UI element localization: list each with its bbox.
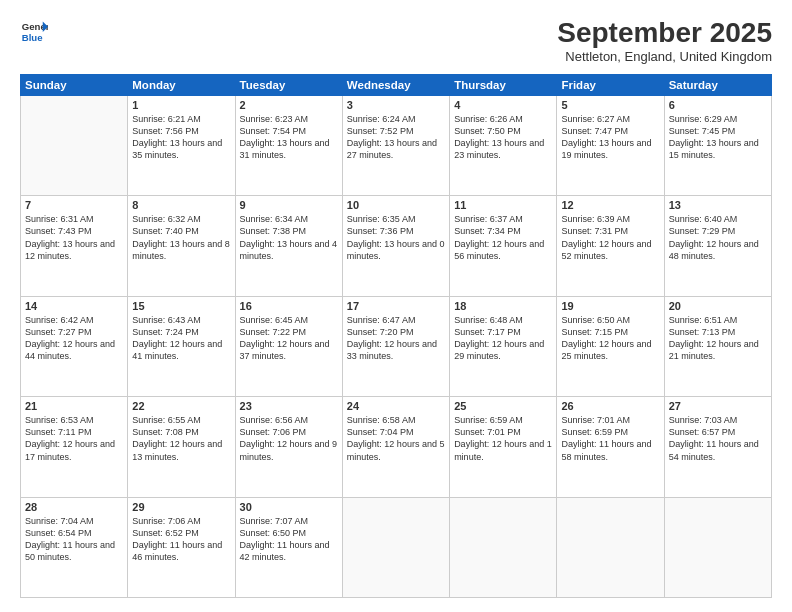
header: General Blue September 2025 Nettleton, E… [20, 18, 772, 64]
calendar-week-row: 28Sunrise: 7:04 AMSunset: 6:54 PMDayligh… [21, 497, 772, 597]
daylight-text: Daylight: 12 hours and 56 minutes. [454, 238, 552, 262]
sunset-text: Sunset: 7:04 PM [347, 426, 445, 438]
sunrise-text: Sunrise: 7:01 AM [561, 414, 659, 426]
table-cell: 30Sunrise: 7:07 AMSunset: 6:50 PMDayligh… [235, 497, 342, 597]
sunset-text: Sunset: 7:29 PM [669, 225, 767, 237]
calendar-table: Sunday Monday Tuesday Wednesday Thursday… [20, 74, 772, 598]
month-title: September 2025 [557, 18, 772, 49]
day-number: 14 [25, 300, 123, 312]
day-number: 4 [454, 99, 552, 111]
daylight-text: Daylight: 13 hours and 8 minutes. [132, 238, 230, 262]
sunrise-text: Sunrise: 6:34 AM [240, 213, 338, 225]
daylight-text: Daylight: 12 hours and 21 minutes. [669, 338, 767, 362]
sunrise-text: Sunrise: 6:21 AM [132, 113, 230, 125]
header-friday: Friday [557, 74, 664, 95]
sunrise-text: Sunrise: 6:43 AM [132, 314, 230, 326]
daylight-text: Daylight: 13 hours and 19 minutes. [561, 137, 659, 161]
table-cell: 10Sunrise: 6:35 AMSunset: 7:36 PMDayligh… [342, 196, 449, 296]
sunset-text: Sunset: 7:11 PM [25, 426, 123, 438]
sunrise-text: Sunrise: 6:42 AM [25, 314, 123, 326]
sunrise-text: Sunrise: 6:24 AM [347, 113, 445, 125]
sunset-text: Sunset: 7:06 PM [240, 426, 338, 438]
header-tuesday: Tuesday [235, 74, 342, 95]
sunrise-text: Sunrise: 7:03 AM [669, 414, 767, 426]
sunrise-text: Sunrise: 6:45 AM [240, 314, 338, 326]
sunset-text: Sunset: 7:34 PM [454, 225, 552, 237]
day-number: 13 [669, 199, 767, 211]
daylight-text: Daylight: 12 hours and 9 minutes. [240, 438, 338, 462]
sunrise-text: Sunrise: 6:32 AM [132, 213, 230, 225]
sunrise-text: Sunrise: 7:04 AM [25, 515, 123, 527]
sunset-text: Sunset: 7:45 PM [669, 125, 767, 137]
table-cell: 14Sunrise: 6:42 AMSunset: 7:27 PMDayligh… [21, 296, 128, 396]
daylight-text: Daylight: 13 hours and 31 minutes. [240, 137, 338, 161]
daylight-text: Daylight: 12 hours and 41 minutes. [132, 338, 230, 362]
day-number: 23 [240, 400, 338, 412]
sunrise-text: Sunrise: 6:58 AM [347, 414, 445, 426]
table-cell [21, 95, 128, 195]
sunset-text: Sunset: 6:57 PM [669, 426, 767, 438]
daylight-text: Daylight: 13 hours and 23 minutes. [454, 137, 552, 161]
header-wednesday: Wednesday [342, 74, 449, 95]
header-monday: Monday [128, 74, 235, 95]
day-number: 30 [240, 501, 338, 513]
table-cell [450, 497, 557, 597]
sunrise-text: Sunrise: 6:40 AM [669, 213, 767, 225]
table-cell: 3Sunrise: 6:24 AMSunset: 7:52 PMDaylight… [342, 95, 449, 195]
table-cell: 19Sunrise: 6:50 AMSunset: 7:15 PMDayligh… [557, 296, 664, 396]
sunrise-text: Sunrise: 6:59 AM [454, 414, 552, 426]
calendar-week-row: 7Sunrise: 6:31 AMSunset: 7:43 PMDaylight… [21, 196, 772, 296]
sunrise-text: Sunrise: 6:47 AM [347, 314, 445, 326]
header-thursday: Thursday [450, 74, 557, 95]
sunset-text: Sunset: 7:27 PM [25, 326, 123, 338]
table-cell: 25Sunrise: 6:59 AMSunset: 7:01 PMDayligh… [450, 397, 557, 497]
day-number: 16 [240, 300, 338, 312]
table-cell: 18Sunrise: 6:48 AMSunset: 7:17 PMDayligh… [450, 296, 557, 396]
header-sunday: Sunday [21, 74, 128, 95]
table-cell: 13Sunrise: 6:40 AMSunset: 7:29 PMDayligh… [664, 196, 771, 296]
daylight-text: Daylight: 12 hours and 5 minutes. [347, 438, 445, 462]
sunset-text: Sunset: 7:40 PM [132, 225, 230, 237]
day-number: 10 [347, 199, 445, 211]
day-number: 2 [240, 99, 338, 111]
table-cell: 5Sunrise: 6:27 AMSunset: 7:47 PMDaylight… [557, 95, 664, 195]
sunrise-text: Sunrise: 6:23 AM [240, 113, 338, 125]
sunrise-text: Sunrise: 6:48 AM [454, 314, 552, 326]
sunset-text: Sunset: 7:15 PM [561, 326, 659, 338]
sunrise-text: Sunrise: 6:26 AM [454, 113, 552, 125]
day-number: 26 [561, 400, 659, 412]
daylight-text: Daylight: 12 hours and 52 minutes. [561, 238, 659, 262]
daylight-text: Daylight: 12 hours and 29 minutes. [454, 338, 552, 362]
sunrise-text: Sunrise: 6:35 AM [347, 213, 445, 225]
table-cell: 7Sunrise: 6:31 AMSunset: 7:43 PMDaylight… [21, 196, 128, 296]
day-number: 22 [132, 400, 230, 412]
day-number: 1 [132, 99, 230, 111]
table-cell: 27Sunrise: 7:03 AMSunset: 6:57 PMDayligh… [664, 397, 771, 497]
sunset-text: Sunset: 6:59 PM [561, 426, 659, 438]
daylight-text: Daylight: 12 hours and 1 minute. [454, 438, 552, 462]
sunset-text: Sunset: 7:52 PM [347, 125, 445, 137]
table-cell: 12Sunrise: 6:39 AMSunset: 7:31 PMDayligh… [557, 196, 664, 296]
daylight-text: Daylight: 13 hours and 12 minutes. [25, 238, 123, 262]
table-cell: 15Sunrise: 6:43 AMSunset: 7:24 PMDayligh… [128, 296, 235, 396]
day-number: 8 [132, 199, 230, 211]
day-number: 11 [454, 199, 552, 211]
table-cell: 2Sunrise: 6:23 AMSunset: 7:54 PMDaylight… [235, 95, 342, 195]
day-number: 6 [669, 99, 767, 111]
day-number: 3 [347, 99, 445, 111]
table-cell: 8Sunrise: 6:32 AMSunset: 7:40 PMDaylight… [128, 196, 235, 296]
sunset-text: Sunset: 6:54 PM [25, 527, 123, 539]
calendar-week-row: 21Sunrise: 6:53 AMSunset: 7:11 PMDayligh… [21, 397, 772, 497]
day-number: 12 [561, 199, 659, 211]
weekday-header-row: Sunday Monday Tuesday Wednesday Thursday… [21, 74, 772, 95]
logo-icon: General Blue [20, 18, 48, 46]
calendar-week-row: 14Sunrise: 6:42 AMSunset: 7:27 PMDayligh… [21, 296, 772, 396]
title-block: September 2025 Nettleton, England, Unite… [557, 18, 772, 64]
sunset-text: Sunset: 7:20 PM [347, 326, 445, 338]
daylight-text: Daylight: 12 hours and 13 minutes. [132, 438, 230, 462]
table-cell: 1Sunrise: 6:21 AMSunset: 7:56 PMDaylight… [128, 95, 235, 195]
sunrise-text: Sunrise: 6:56 AM [240, 414, 338, 426]
table-cell [342, 497, 449, 597]
day-number: 15 [132, 300, 230, 312]
daylight-text: Daylight: 12 hours and 48 minutes. [669, 238, 767, 262]
